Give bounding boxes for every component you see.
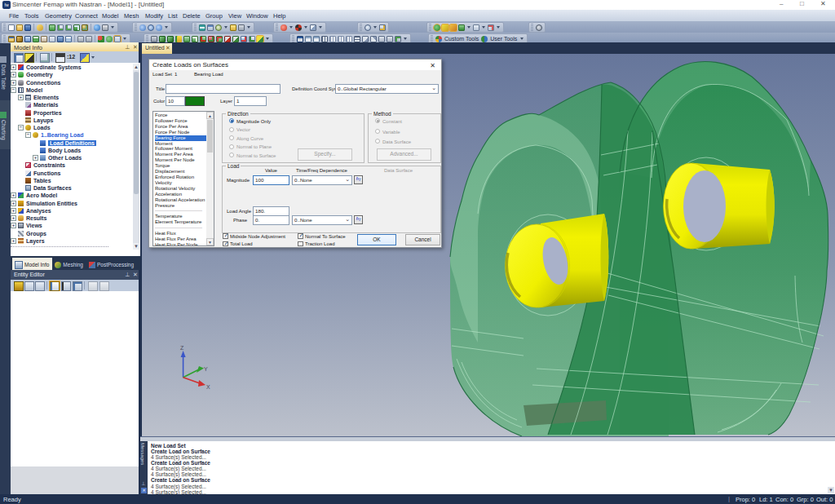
svg-text:Y: Y	[204, 366, 208, 372]
svg-text:Z: Z	[180, 345, 184, 351]
svg-text:X: X	[206, 384, 210, 390]
